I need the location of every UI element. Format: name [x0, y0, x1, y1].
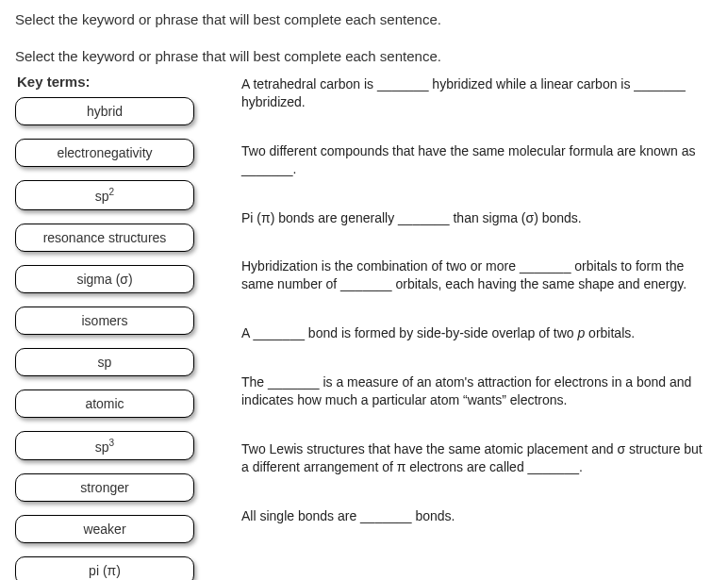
term-pill[interactable]: hybrid — [15, 97, 194, 125]
sentence: The _______ is a measure of an atom's at… — [241, 373, 713, 409]
sentence: A _______ bond is formed by side-by-side… — [241, 324, 713, 342]
term-pill[interactable]: isomers — [15, 307, 194, 335]
sentence: Hybridization is the combination of two … — [241, 257, 713, 293]
sentence: Pi (π) bonds are generally _______ than … — [241, 209, 713, 227]
sentence: A tetrahedral carbon is _______ hybridiz… — [241, 75, 713, 111]
key-terms-label: Key terms: — [15, 74, 213, 90]
term-pill[interactable]: sigma (σ) — [15, 265, 194, 293]
terms-list: hybridelectronegativitysp2resonance stru… — [15, 97, 213, 580]
sentence: Two Lewis structures that have the same … — [241, 440, 713, 476]
term-pill[interactable]: sp — [15, 348, 194, 376]
content-area: Key terms: hybridelectronegativitysp2res… — [15, 74, 713, 580]
page-subheader: Select the keyword or phrase that will b… — [15, 48, 713, 64]
term-pill[interactable]: electronegativity — [15, 139, 194, 167]
term-pill[interactable]: pi (π) — [15, 556, 194, 580]
sentences-column: A tetrahedral carbon is _______ hybridiz… — [241, 74, 713, 580]
term-pill[interactable]: atomic — [15, 389, 194, 418]
term-pill[interactable]: sp2 — [15, 180, 194, 210]
key-terms-column: Key terms: hybridelectronegativitysp2res… — [15, 74, 213, 580]
term-pill[interactable]: sp3 — [15, 431, 194, 461]
sentence: All single bonds are _______ bonds. — [241, 507, 713, 525]
sentence: Two different compounds that have the sa… — [241, 142, 713, 178]
term-pill[interactable]: resonance structures — [15, 224, 194, 252]
term-pill[interactable]: stronger — [15, 473, 194, 502]
page-header: Select the keyword or phrase that will b… — [15, 11, 713, 27]
term-pill[interactable]: weaker — [15, 515, 194, 543]
